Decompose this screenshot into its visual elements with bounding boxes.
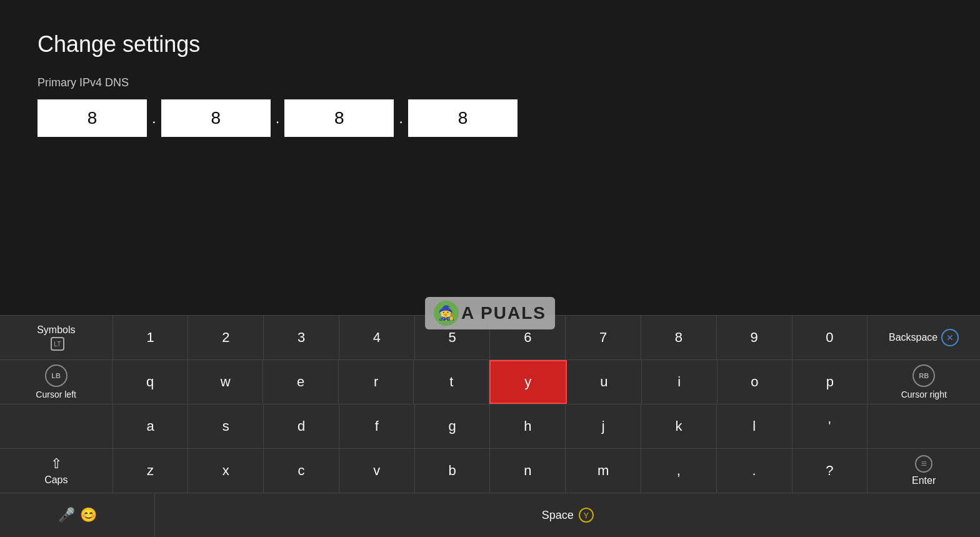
key-t[interactable]: t bbox=[414, 360, 489, 404]
cursor-left-label: Cursor left bbox=[36, 389, 76, 399]
key-4[interactable]: 4 bbox=[339, 316, 415, 359]
key-empty-left bbox=[0, 404, 113, 448]
key-c[interactable]: c bbox=[264, 449, 339, 493]
key-w[interactable]: w bbox=[188, 360, 264, 404]
key-r[interactable]: r bbox=[339, 360, 414, 404]
key-n[interactable]: n bbox=[490, 449, 566, 493]
dns-inputs: 8 . 8 . 8 . 8 bbox=[38, 99, 942, 137]
y-button-icon: Y bbox=[579, 508, 594, 523]
key-comma[interactable]: , bbox=[641, 449, 717, 493]
watermark: 🧙 A PUALS bbox=[425, 297, 555, 329]
key-g[interactable]: g bbox=[415, 404, 491, 448]
keyboard: 🧙 A PUALS Symbols LT 1 2 3 4 5 6 7 8 9 0… bbox=[0, 315, 980, 537]
dns-dot-1: . bbox=[152, 109, 156, 127]
backspace-label: Backspace bbox=[889, 332, 938, 343]
key-period[interactable]: . bbox=[717, 449, 792, 493]
enter-icon: ≡ bbox=[915, 455, 932, 473]
dns-dot-3: . bbox=[399, 109, 403, 127]
key-8[interactable]: 8 bbox=[641, 316, 717, 359]
key-y[interactable]: y bbox=[489, 360, 567, 404]
space-key[interactable]: Space Y bbox=[155, 493, 980, 537]
top-section: Change settings Primary IPv4 DNS 8 . 8 .… bbox=[0, 0, 980, 156]
key-0[interactable]: 0 bbox=[792, 316, 868, 359]
symbols-badge: LT bbox=[51, 337, 64, 351]
key-h[interactable]: h bbox=[490, 404, 566, 448]
key-o[interactable]: o bbox=[718, 360, 793, 404]
symbols-label: Symbols bbox=[37, 324, 75, 336]
dns-input-3[interactable]: 8 bbox=[284, 99, 394, 137]
watermark-icon: 🧙 bbox=[434, 301, 459, 326]
dns-input-1[interactable]: 8 bbox=[38, 99, 147, 137]
keyboard-rows: Symbols LT 1 2 3 4 5 6 7 8 9 0 Backspace… bbox=[0, 316, 980, 537]
key-question[interactable]: ? bbox=[792, 449, 868, 493]
symbols-key[interactable]: Symbols LT bbox=[0, 316, 113, 359]
key-empty-right bbox=[868, 404, 980, 448]
caps-key[interactable]: ⇧ Caps bbox=[0, 449, 113, 493]
lb-icon: LB bbox=[45, 364, 68, 387]
mic-emoji-key[interactable]: 🎤 😊 bbox=[0, 493, 155, 537]
key-l[interactable]: l bbox=[717, 404, 792, 448]
key-9[interactable]: 9 bbox=[717, 316, 792, 359]
key-2[interactable]: 2 bbox=[188, 316, 264, 359]
emoji-icon: 😊 bbox=[80, 507, 97, 523]
space-label: Space bbox=[542, 509, 574, 522]
key-z[interactable]: z bbox=[113, 449, 189, 493]
rb-icon: RB bbox=[912, 364, 935, 387]
key-i[interactable]: i bbox=[642, 360, 718, 404]
key-row-5: 🎤 😊 Space Y bbox=[0, 493, 980, 537]
page-title: Change settings bbox=[38, 31, 942, 58]
key-a[interactable]: a bbox=[113, 404, 189, 448]
key-row-4: ⇧ Caps z x c v b n m , . ? ≡ Enter bbox=[0, 449, 980, 493]
cursor-right-label: Cursor right bbox=[901, 389, 947, 399]
key-apostrophe[interactable]: ' bbox=[792, 404, 868, 448]
key-p[interactable]: p bbox=[792, 360, 868, 404]
key-m[interactable]: m bbox=[566, 449, 641, 493]
key-1[interactable]: 1 bbox=[113, 316, 189, 359]
mic-icon: 🎤 bbox=[58, 507, 75, 523]
watermark-text: A PUALS bbox=[461, 303, 546, 323]
key-x[interactable]: x bbox=[188, 449, 264, 493]
backspace-icon: ✕ bbox=[941, 329, 959, 346]
dns-label: Primary IPv4 DNS bbox=[38, 76, 942, 89]
cursor-right-key[interactable]: RB Cursor right bbox=[868, 360, 980, 404]
key-v[interactable]: v bbox=[339, 449, 415, 493]
key-j[interactable]: j bbox=[566, 404, 641, 448]
key-q[interactable]: q bbox=[112, 360, 188, 404]
key-d[interactable]: d bbox=[264, 404, 339, 448]
dns-input-2[interactable]: 8 bbox=[161, 99, 271, 137]
key-f[interactable]: f bbox=[339, 404, 415, 448]
cursor-left-key[interactable]: LB Cursor left bbox=[0, 360, 112, 404]
caps-label: Caps bbox=[44, 474, 68, 486]
caps-icon: ⇧ bbox=[51, 456, 62, 472]
key-3[interactable]: 3 bbox=[264, 316, 339, 359]
key-row-2: LB Cursor left q w e r t y u i o p RB Cu… bbox=[0, 360, 980, 404]
key-k[interactable]: k bbox=[641, 404, 717, 448]
backspace-key[interactable]: Backspace ✕ bbox=[868, 316, 980, 359]
key-row-3: a s d f g h j k l ' bbox=[0, 404, 980, 449]
key-u[interactable]: u bbox=[567, 360, 642, 404]
enter-label: Enter bbox=[912, 475, 936, 486]
key-7[interactable]: 7 bbox=[566, 316, 641, 359]
enter-key[interactable]: ≡ Enter bbox=[868, 449, 980, 493]
dns-input-4[interactable]: 8 bbox=[408, 99, 518, 137]
key-e[interactable]: e bbox=[263, 360, 339, 404]
dns-dot-2: . bbox=[276, 109, 280, 127]
key-s[interactable]: s bbox=[188, 404, 264, 448]
key-b[interactable]: b bbox=[415, 449, 491, 493]
